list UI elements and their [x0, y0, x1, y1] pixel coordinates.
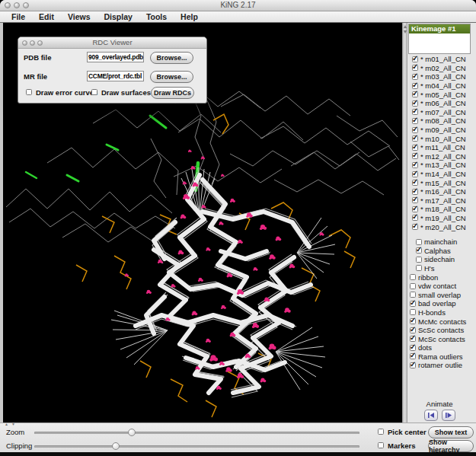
kinemage-list-item[interactable]: Kinemage #1	[409, 24, 470, 33]
dialog-titlebar[interactable]: RDC Viewer	[18, 37, 206, 49]
draw-error-curves-checkbox[interactable]	[26, 89, 32, 95]
menu-help[interactable]: Help	[174, 12, 205, 22]
group-row: H's	[407, 264, 476, 273]
vertical-split-divider[interactable]	[402, 23, 407, 423]
animate-step-forward-button[interactable]	[442, 410, 455, 421]
group-checkbox[interactable]	[412, 74, 418, 80]
group-checkbox[interactable]	[410, 318, 416, 324]
menu-file[interactable]: File	[5, 12, 32, 22]
pdb-browse-button[interactable]: Browse...	[150, 52, 193, 64]
animate-controls: Animate	[407, 400, 471, 421]
group-checkbox[interactable]	[412, 91, 418, 97]
group-checkbox[interactable]	[416, 265, 422, 271]
zoom-slider-thumb[interactable]	[128, 429, 136, 436]
animate-label: Animate	[407, 400, 471, 408]
zoom-slider[interactable]	[34, 432, 359, 434]
group-label: * m14_All_CN	[420, 170, 466, 178]
mr-browse-button[interactable]: Browse...	[150, 71, 193, 83]
group-checkbox[interactable]	[416, 239, 422, 245]
group-checkbox[interactable]	[416, 257, 422, 263]
show-hierarchy-button[interactable]: Show hierarchy	[428, 440, 474, 452]
group-checkbox[interactable]	[412, 109, 418, 115]
pick-center-checkbox[interactable]	[378, 429, 384, 435]
rdc-viewer-dialog[interactable]: RDC Viewer PDB file 909_overlayed.pdb Br…	[18, 37, 207, 104]
menu-tools[interactable]: Tools	[139, 12, 174, 22]
group-checkbox[interactable]	[412, 127, 418, 133]
kinemage-listbox[interactable]: Kinemage #1	[408, 24, 471, 54]
group-checkbox[interactable]	[410, 336, 416, 342]
group-checkbox[interactable]	[412, 65, 418, 71]
group-checkbox[interactable]	[412, 197, 418, 203]
group-label: ribbon	[418, 273, 438, 282]
group-row: dots	[407, 343, 476, 352]
group-checkbox[interactable]	[412, 224, 418, 230]
group-label: * m20_All_CN	[420, 223, 466, 231]
group-checkbox[interactable]	[412, 145, 418, 151]
menu-views[interactable]: Views	[61, 12, 97, 22]
group-checkbox[interactable]	[412, 162, 418, 168]
group-label: * m06_All_CN	[420, 99, 466, 107]
group-checkbox[interactable]	[412, 100, 418, 107]
mr-file-input[interactable]: CCME/prot_rdc.tbl	[87, 71, 144, 81]
group-checkbox[interactable]	[412, 189, 418, 195]
group-checkbox[interactable]	[412, 118, 418, 124]
group-checkbox-list: * m01_All_CN* m02_All_CN* m03_All_CN* m0…	[407, 55, 476, 370]
group-checkbox[interactable]	[410, 353, 416, 359]
group-row: Rama outliers	[407, 352, 476, 362]
group-checkbox[interactable]	[412, 180, 418, 186]
show-text-button[interactable]: Show text	[428, 426, 474, 438]
divider-collapse-icon[interactable]	[404, 25, 407, 28]
window-titlebar[interactable]: KiNG 2.17	[0, 0, 476, 11]
menu-bar: FileEditViewsDisplayToolsHelp	[0, 11, 476, 23]
draw-rdcs-button[interactable]: Draw RDCs	[151, 87, 194, 99]
group-checkbox[interactable]	[412, 136, 418, 142]
group-checkbox[interactable]	[412, 56, 418, 62]
group-label: Rama outliers	[418, 352, 463, 361]
clipping-slider[interactable]	[34, 445, 359, 448]
group-checkbox[interactable]	[410, 274, 416, 280]
dialog-title: RDC Viewer	[18, 38, 206, 46]
step-back-icon	[427, 412, 435, 419]
group-checkbox[interactable]	[412, 206, 418, 212]
markers-checkbox[interactable]	[378, 442, 384, 448]
calpha-tubes	[136, 175, 311, 393]
group-checkbox[interactable]	[410, 309, 416, 315]
animate-step-back-button[interactable]	[424, 410, 438, 421]
group-label: mainchain	[424, 238, 457, 246]
group-checkbox[interactable]	[416, 247, 422, 254]
group-checkbox[interactable]	[412, 153, 418, 159]
mr-file-label: MR file	[24, 72, 47, 81]
group-label: * m11_All_CN	[420, 143, 465, 151]
group-checkbox[interactable]	[410, 362, 416, 368]
menu-display[interactable]: Display	[97, 12, 139, 22]
group-label: small overlap	[418, 291, 461, 299]
group-checkbox[interactable]	[410, 283, 416, 289]
pdb-file-label: PDB file	[24, 53, 51, 62]
group-label: * m07_All_CN	[420, 108, 466, 116]
group-row: * m20_All_CN	[407, 222, 476, 231]
group-row: small overlap	[407, 290, 476, 299]
group-checkbox[interactable]	[410, 327, 416, 333]
group-checkbox[interactable]	[412, 83, 418, 89]
pdb-file-input[interactable]: 909_overlayed.pdb	[87, 52, 144, 62]
group-checkbox[interactable]	[412, 171, 418, 177]
group-label: dots	[418, 343, 432, 352]
group-label: * m12_All_CN	[420, 152, 466, 161]
group-label: H-bonds	[418, 308, 446, 317]
menu-edit[interactable]: Edit	[32, 12, 61, 22]
group-row: ScSc contacts	[407, 326, 476, 335]
group-row: bad overlap	[407, 299, 476, 308]
group-checkbox[interactable]	[412, 215, 418, 221]
group-label: ScSc contacts	[418, 326, 464, 334]
group-checkbox[interactable]	[410, 292, 416, 298]
divider-expand-icon[interactable]	[404, 30, 407, 33]
group-label: * m04_All_CN	[420, 81, 466, 90]
group-checkbox[interactable]	[410, 301, 416, 307]
bottom-control-bar: ▲▼ Zoom Pick center Show text Clipping M…	[0, 423, 476, 452]
king-window: KiNG 2.17 FileEditViewsDisplayToolsHelp	[0, 0, 476, 456]
clipping-slider-thumb[interactable]	[112, 442, 120, 450]
group-checkbox[interactable]	[410, 345, 416, 351]
group-row: sidechain	[407, 255, 476, 264]
draw-surfaces-checkbox[interactable]	[91, 89, 97, 95]
group-label: * m03_All_CN	[420, 72, 466, 81]
